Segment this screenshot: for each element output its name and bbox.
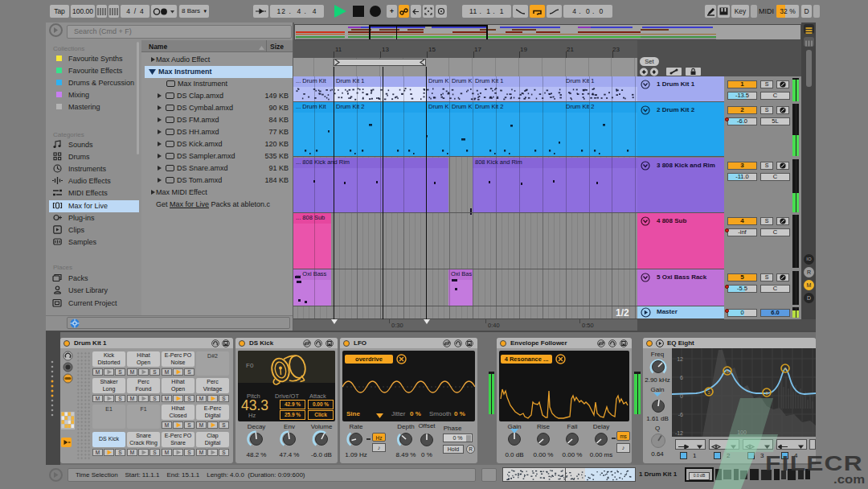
svg-text:3: 3: [707, 390, 710, 395]
svg-text:-6: -6: [678, 412, 683, 417]
svg-text:100: 100: [737, 429, 747, 435]
svg-text:-12: -12: [675, 430, 683, 436]
svg-text:6: 6: [680, 375, 683, 380]
svg-text:0: 0: [680, 393, 683, 399]
svg-text:12: 12: [677, 356, 683, 362]
